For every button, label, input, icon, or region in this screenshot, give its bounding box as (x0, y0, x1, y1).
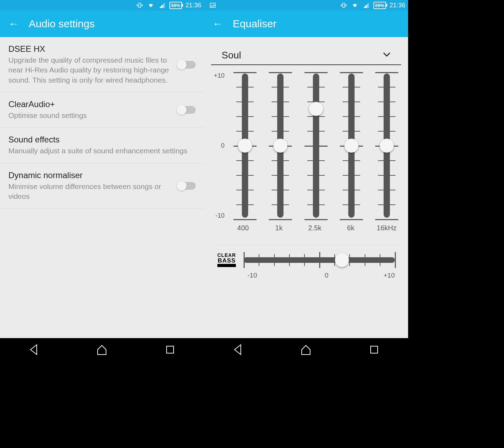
signal-icon (158, 2, 166, 8)
title-bar: ← Audio settings (0, 10, 204, 37)
nav-recent-button[interactable] (368, 343, 380, 357)
nav-bar (0, 338, 204, 363)
setting-row-0[interactable]: DSEE HXUpgrade the quality of compressed… (0, 37, 204, 92)
wifi-icon (147, 2, 155, 8)
nav-recent-button[interactable] (164, 343, 176, 357)
page-title: Audio settings (29, 18, 94, 30)
eq-x-axis: 4001k2.5k6k16kHz (208, 219, 405, 232)
nav-back-button[interactable] (28, 343, 40, 357)
eq-y-axis: +10 0 -10 (214, 72, 227, 219)
nav-back-button[interactable] (232, 343, 244, 357)
toggle-switch[interactable] (177, 106, 196, 114)
clock: 21:36 (186, 2, 201, 9)
back-button[interactable]: ← (212, 18, 223, 30)
clearbass-panel: CLEAR BASS -10 0 +10 (211, 245, 401, 284)
setting-title: Dynamic normaliser (8, 170, 174, 180)
preset-dropdown[interactable]: Soul (211, 37, 401, 65)
clearbass-labels: -10 0 +10 (217, 268, 395, 279)
audio-settings-screen: 69% 21:36 ← Audio settings DSEE HXUpgrad… (0, 0, 204, 363)
battery-indicator: 69% (373, 2, 386, 9)
signal-icon (362, 2, 370, 8)
back-button[interactable]: ← (8, 18, 19, 30)
setting-title: Sound effects (8, 135, 192, 145)
status-bar: 69% 21:36 (0, 0, 204, 10)
nav-home-button[interactable] (96, 343, 108, 357)
clock: 21:36 (390, 2, 405, 9)
clearbass-logo: CLEAR BASS (217, 253, 236, 268)
setting-title: ClearAudio+ (8, 99, 174, 109)
status-bar: 69% 21:36 (204, 0, 408, 10)
eq-band-16kHz[interactable] (371, 72, 402, 219)
toggle-switch[interactable] (177, 61, 196, 69)
setting-desc: Upgrade the quality of compressed music … (8, 55, 174, 85)
svg-rect-0 (139, 3, 141, 7)
setting-desc: Minimise volume differences between song… (8, 182, 174, 202)
setting-title: DSEE HX (8, 44, 174, 54)
wifi-icon (351, 2, 359, 8)
clearbass-slider[interactable] (244, 252, 395, 268)
eq-band-1k[interactable] (265, 72, 296, 219)
title-bar: ← Equaliser (204, 10, 408, 37)
eq-band-400[interactable] (229, 72, 261, 219)
vibrate-icon (136, 2, 144, 8)
battery-indicator: 69% (169, 2, 182, 9)
setting-row-2[interactable]: Sound effectsManually adjust a suite of … (0, 128, 204, 163)
svg-rect-5 (167, 346, 174, 353)
toggle-switch[interactable] (177, 182, 196, 190)
svg-rect-7 (343, 3, 345, 7)
nav-home-button[interactable] (300, 343, 312, 357)
setting-desc: Optimise sound settings (8, 111, 174, 120)
nav-bar (204, 338, 408, 363)
equaliser-screen: 69% 21:36 ← Equaliser Soul +10 0 -10 (204, 0, 408, 363)
setting-row-1[interactable]: ClearAudio+Optimise sound settings (0, 92, 204, 128)
eq-band-2.5k[interactable] (300, 72, 332, 219)
setting-row-3[interactable]: Dynamic normaliserMinimise volume differ… (0, 163, 204, 209)
svg-rect-12 (371, 346, 378, 353)
setting-desc: Manually adjust a suite of sound enhance… (8, 146, 192, 156)
preset-label: Soul (222, 50, 241, 61)
chevron-down-icon (383, 52, 391, 58)
page-title: Equaliser (233, 18, 276, 30)
eq-band-6k[interactable] (336, 72, 367, 219)
vibrate-icon (340, 2, 348, 8)
image-icon (209, 2, 217, 8)
